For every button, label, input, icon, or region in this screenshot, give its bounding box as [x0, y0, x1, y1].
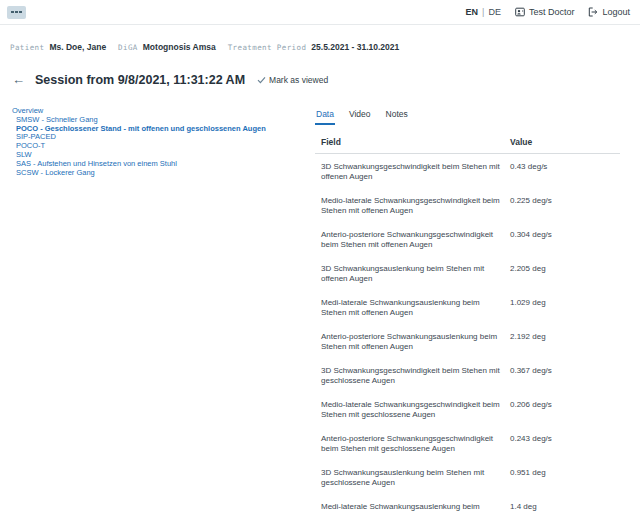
patient-info-bar: Patient Ms. Doe, Jane DiGA Motognosis Am… [0, 25, 640, 52]
patient-label: Patient [10, 43, 44, 52]
logo-dot [19, 11, 22, 13]
table-row: 3D Schwankungsauslenkung beim Stehen mit… [315, 460, 620, 494]
value-cell: 0.225 deg/s [510, 188, 620, 222]
field-cell: Anterio-posteriore Schwankungsauslenkung… [315, 324, 510, 358]
field-cell: 3D Schwankungsgeschwindigkeit beim Stehe… [315, 154, 510, 189]
treatment-period-value: 25.5.2021 - 31.10.2021 [311, 42, 399, 52]
diga-value: Motognosis Amsa [143, 42, 216, 52]
diga-label: DiGA [118, 43, 138, 52]
logo-dot [15, 11, 18, 13]
table-row: Medio-laterale Schwankungsgeschwindigkei… [315, 392, 620, 426]
session-sidebar: OverviewSMSW - Schneller GangPOCO - Gesc… [0, 107, 315, 177]
table-row: Medi-laterale Schwankungsauslenkung beim… [315, 494, 620, 512]
lang-de-button[interactable]: DE [488, 7, 501, 17]
field-cell: Medio-laterale Schwankungsgeschwindigkei… [315, 392, 510, 426]
measurements-table: Field Value 3D Schwankungsgeschwindigkei… [315, 133, 620, 512]
field-cell: 3D Schwankungsgeschwindigkeit beim Stehe… [315, 358, 510, 392]
value-cell: 1.4 deg [510, 494, 620, 512]
treatment-period-label: Treatment Period [228, 43, 307, 52]
session-detail-panel: DataVideoNotes Field Value 3D Schwankung… [315, 107, 620, 512]
table-row: Medi-laterale Schwankungsauslenkung beim… [315, 290, 620, 324]
field-cell: Anterio-posteriore Schwankungsgeschwindi… [315, 426, 510, 460]
value-cell: 0.243 deg/s [510, 426, 620, 460]
column-header-value: Value [510, 133, 620, 154]
logout-button[interactable]: Logout [588, 7, 630, 17]
sidebar-item-poco-t[interactable]: POCO-T [12, 142, 315, 151]
value-cell: 1.029 deg [510, 290, 620, 324]
sidebar-item-sip-paced[interactable]: SIP-PACED [12, 133, 315, 142]
value-cell: 0.43 deg/s [510, 154, 620, 189]
table-row: 3D Schwankungsauslenkung beim Stehen mit… [315, 256, 620, 290]
language-switcher: EN | DE [466, 7, 501, 17]
top-bar: EN | DE Test Doctor Logout [0, 0, 640, 25]
patient-name: Ms. Doe, Jane [49, 42, 106, 52]
tab-notes[interactable]: Notes [385, 107, 409, 125]
field-cell: 3D Schwankungsauslenkung beim Stehen mit… [315, 256, 510, 290]
table-row: Medio-laterale Schwankungsgeschwindigkei… [315, 188, 620, 222]
sidebar-item-poco[interactable]: POCO - Geschlossener Stand - mit offenen… [12, 125, 315, 134]
user-menu[interactable]: Test Doctor [515, 7, 575, 17]
logo-dot [11, 11, 14, 13]
mark-as-viewed-button[interactable]: Mark as viewed [257, 75, 328, 85]
user-name: Test Doctor [529, 7, 575, 17]
field-cell: 3D Schwankungsauslenkung beim Stehen mit… [315, 460, 510, 494]
detail-tabs: DataVideoNotes [315, 107, 620, 125]
table-row: 3D Schwankungsgeschwindigkeit beim Stehe… [315, 358, 620, 392]
back-arrow-icon[interactable]: ← [12, 74, 25, 86]
table-row: Anterio-posteriore Schwankungsgeschwindi… [315, 426, 620, 460]
lang-en-button[interactable]: EN [466, 7, 479, 17]
app-logo[interactable] [7, 6, 26, 19]
table-row: Anterio-posteriore Schwankungsgeschwindi… [315, 222, 620, 256]
mark-as-viewed-label: Mark as viewed [269, 75, 328, 85]
value-cell: 0.206 deg/s [510, 392, 620, 426]
field-cell: Medi-laterale Schwankungsauslenkung beim… [315, 290, 510, 324]
logout-icon [588, 7, 598, 17]
measurements-table-body: 3D Schwankungsgeschwindigkeit beim Stehe… [315, 154, 620, 512]
field-cell: Anterio-posteriore Schwankungsgeschwindi… [315, 222, 510, 256]
column-header-field: Field [315, 133, 510, 154]
field-cell: Medi-laterale Schwankungsauslenkung beim… [315, 494, 510, 512]
check-icon [257, 76, 266, 84]
session-title: Session from 9/8/2021, 11:31:22 AM [35, 73, 245, 87]
value-cell: 2.205 deg [510, 256, 620, 290]
user-badge-icon [515, 7, 525, 17]
table-row: Anterio-posteriore Schwankungsauslenkung… [315, 324, 620, 358]
sidebar-item-scsw[interactable]: SCSW - Lockerer Gang [12, 169, 315, 178]
tab-data[interactable]: Data [315, 107, 335, 125]
table-row: 3D Schwankungsgeschwindigkeit beim Stehe… [315, 154, 620, 189]
value-cell: 0.367 deg/s [510, 358, 620, 392]
value-cell: 0.304 deg/s [510, 222, 620, 256]
value-cell: 0.951 deg [510, 460, 620, 494]
value-cell: 2.192 deg [510, 324, 620, 358]
lang-separator: | [482, 7, 484, 17]
logout-label: Logout [602, 7, 630, 17]
field-cell: Medio-laterale Schwankungsgeschwindigkei… [315, 188, 510, 222]
tab-video[interactable]: Video [348, 107, 372, 125]
